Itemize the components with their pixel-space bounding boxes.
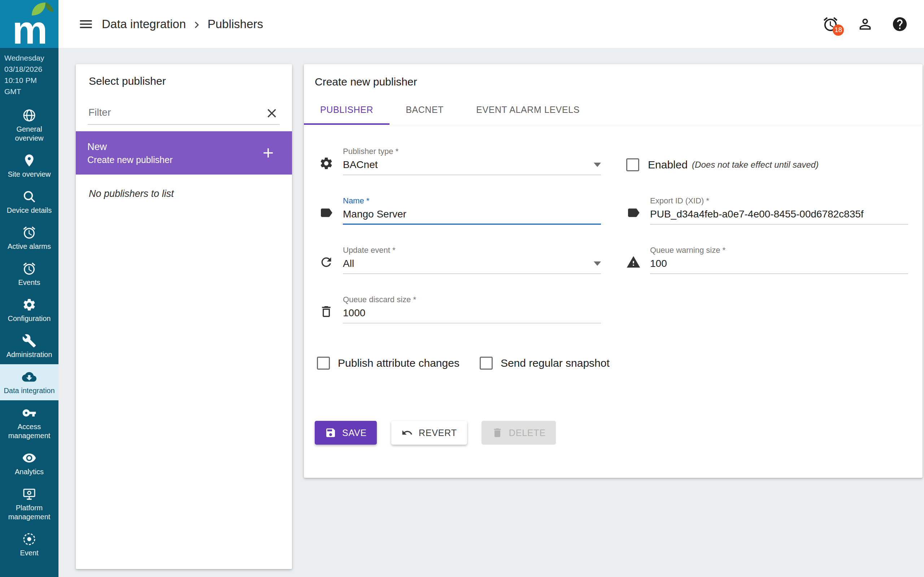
queue-warning-size-input[interactable] xyxy=(650,258,908,269)
revert-button[interactable]: REVERT xyxy=(391,421,467,445)
send-regular-snapshot-option[interactable]: Send regular snapshot xyxy=(480,357,610,370)
field-label: Export ID (XID) * xyxy=(650,196,908,206)
sidebar-item-label: Configuration xyxy=(8,314,51,323)
alarm-notifications-icon[interactable]: 18 xyxy=(822,16,839,32)
logo-letter: m xyxy=(12,11,46,48)
sidebar-item-active-alarms[interactable]: Active alarms xyxy=(0,220,58,256)
field-label: Queue discard size * xyxy=(343,295,601,305)
chevron-right-icon xyxy=(190,18,203,31)
field-label: Queue warning size * xyxy=(650,246,908,255)
sidebar-item-label: Platform management xyxy=(2,503,57,521)
editor-title: Create new publisher xyxy=(304,64,922,88)
publish-attribute-changes-option[interactable]: Publish attribute changes xyxy=(317,357,459,370)
sidebar-item-data-integration[interactable]: Data integration xyxy=(0,364,58,400)
sidebar-item-label: Active alarms xyxy=(8,242,51,251)
sidebar-item-event-handlers[interactable]: Event xyxy=(0,527,58,562)
delete-button[interactable]: DELETE xyxy=(481,421,556,445)
sidebar-item-device-details[interactable]: Device details xyxy=(0,184,58,220)
publisher-type-field: Publisher type * BACnet xyxy=(319,147,601,175)
field-label: Name * xyxy=(343,196,601,206)
sidebar-item-general-overview[interactable]: General overview xyxy=(0,103,58,148)
datetime-date: 03/18/2026 xyxy=(4,63,54,75)
publisher-list-panel: Select publisher New Create new publishe… xyxy=(76,64,292,569)
enabled-label: Enabled xyxy=(648,159,688,171)
update-event-field: Update event * All xyxy=(319,246,601,274)
breadcrumb-parent[interactable]: Data integration xyxy=(102,17,186,31)
sidebar-item-configuration[interactable]: Configuration xyxy=(0,292,58,328)
xid-input[interactable] xyxy=(650,208,908,220)
mango-logo[interactable]: m xyxy=(0,0,58,48)
menu-icon[interactable] xyxy=(78,16,94,32)
enabled-note: (Does not take effect until saved) xyxy=(692,160,819,170)
trash-icon xyxy=(492,427,503,438)
update-event-select[interactable]: Update event * All xyxy=(343,246,601,274)
new-publisher-subtitle: Create new publisher xyxy=(87,154,173,166)
refresh-icon xyxy=(319,255,333,269)
tab-bacnet[interactable]: BACNET xyxy=(389,96,460,125)
sidebar-item-label: Data integration xyxy=(3,386,55,395)
sidebar-datetime: Wednesday 03/18/2026 10:10 PM GMT xyxy=(0,48,58,103)
name-field: Name * xyxy=(319,196,601,225)
tag-icon xyxy=(626,206,641,220)
send-regular-snapshot-checkbox[interactable] xyxy=(480,357,493,370)
sidebar-item-label: General overview xyxy=(2,125,57,143)
field-label: Publisher type * xyxy=(343,147,601,156)
sidebar-item-label: Analytics xyxy=(15,467,44,476)
alarm-clock-icon xyxy=(22,261,36,276)
warning-icon xyxy=(626,255,641,269)
delete-button-label: DELETE xyxy=(509,428,546,438)
new-publisher-list-item[interactable]: New Create new publisher xyxy=(76,131,292,174)
gear-icon xyxy=(22,298,36,312)
eye-icon xyxy=(22,451,36,465)
clear-filter-icon[interactable] xyxy=(265,106,279,121)
breadcrumb-current[interactable]: Publishers xyxy=(208,17,263,31)
enabled-field: Enabled (Does not take effect until save… xyxy=(626,158,908,171)
revert-button-label: REVERT xyxy=(419,428,457,438)
tab-publisher[interactable]: PUBLISHER xyxy=(304,96,389,125)
leaf-icon xyxy=(31,2,54,16)
xid-field: Export ID (XID) * xyxy=(626,196,908,225)
publisher-type-select[interactable]: Publisher type * BACnet xyxy=(343,147,601,175)
alarm-count-badge: 18 xyxy=(833,24,844,36)
publisher-editor-panel: Create new publisher PUBLISHER BACNET EV… xyxy=(304,64,922,478)
dropdown-arrow-icon xyxy=(594,261,601,266)
topbar: Data integration Publishers 18 xyxy=(58,0,924,48)
name-input[interactable] xyxy=(343,208,601,220)
sidebar-item-platform-management[interactable]: Platform management xyxy=(0,482,58,527)
publisher-filter xyxy=(88,107,280,125)
queue-discard-size-field: Queue discard size * xyxy=(319,295,601,324)
queue-discard-size-input[interactable] xyxy=(343,307,601,319)
datetime-tz: GMT xyxy=(4,86,54,97)
publish-attribute-changes-checkbox[interactable] xyxy=(317,357,330,370)
sidebar-item-events[interactable]: Events xyxy=(0,256,58,292)
sidebar-item-label: Device details xyxy=(7,206,52,215)
location-pin-icon xyxy=(22,153,36,168)
editor-tabs: PUBLISHER BACNET EVENT ALARM LEVELS xyxy=(304,96,922,125)
new-publisher-title: New xyxy=(87,140,173,154)
sidebar-item-analytics[interactable]: Analytics xyxy=(0,445,58,482)
sidebar: m Wednesday 03/18/2026 10:10 PM GMT Gene… xyxy=(0,0,58,577)
publisher-list-title: Select publisher xyxy=(76,64,292,87)
sidebar-item-site-overview[interactable]: Site overview xyxy=(0,148,58,184)
save-button-label: SAVE xyxy=(342,428,367,438)
save-button[interactable]: SAVE xyxy=(315,421,377,445)
publisher-form: Publisher type * BACnet Enabled (Does no… xyxy=(304,125,922,324)
sidebar-item-label: Administration xyxy=(6,350,52,359)
enabled-checkbox[interactable] xyxy=(626,158,639,171)
publisher-type-value: BACnet xyxy=(343,159,378,171)
breadcrumb: Data integration Publishers xyxy=(102,17,263,31)
action-buttons: SAVE REVERT DELETE xyxy=(304,370,922,445)
filter-input[interactable] xyxy=(88,107,280,124)
help-icon[interactable] xyxy=(892,16,908,32)
sidebar-item-label: Events xyxy=(18,278,40,287)
sidebar-item-administration[interactable]: Administration xyxy=(0,328,58,364)
sidebar-item-access-management[interactable]: Access management xyxy=(0,400,58,445)
empty-list-message: No publishers to list xyxy=(89,188,279,200)
checkbox-label: Send regular snapshot xyxy=(501,357,610,369)
user-icon[interactable] xyxy=(857,16,874,32)
queue-warning-size-field: Queue warning size * xyxy=(626,246,908,274)
cloud-download-icon xyxy=(22,370,36,384)
datetime-time: 10:10 PM xyxy=(4,75,54,86)
alarm-clock-icon xyxy=(22,226,36,240)
tab-event-alarm-levels[interactable]: EVENT ALARM LEVELS xyxy=(460,96,596,125)
